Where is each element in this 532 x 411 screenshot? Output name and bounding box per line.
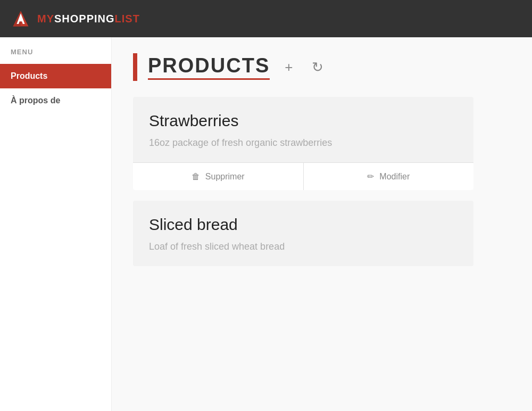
- sidebar-item-about[interactable]: À propos de: [0, 88, 111, 113]
- edit-icon-1: ✏: [367, 171, 374, 182]
- sidebar-item-products[interactable]: Products: [0, 64, 111, 88]
- sidebar-menu-label: MENU: [0, 48, 111, 64]
- product-card-2: Sliced bread Loaf of fresh sliced wheat …: [133, 201, 473, 266]
- angular-icon: [11, 9, 31, 29]
- product-card-1-body: Strawberries 16oz package of fresh organ…: [133, 97, 473, 162]
- add-product-button[interactable]: +: [280, 58, 297, 76]
- main-content: PRODUCTS + ↻ Strawberries 16oz package o…: [112, 37, 532, 411]
- product-card-1: Strawberries 16oz package of fresh organ…: [133, 97, 473, 190]
- sidebar: MENU Products À propos de: [0, 37, 112, 411]
- layout: MENU Products À propos de PRODUCTS + ↻ S…: [0, 37, 532, 411]
- page-title-bar: PRODUCTS + ↻: [133, 53, 511, 81]
- edit-product-1-button[interactable]: ✏ Modifier: [303, 163, 474, 190]
- product-description-2: Loaf of fresh sliced wheat bread: [149, 240, 458, 253]
- product-name-1: Strawberries: [149, 112, 458, 130]
- product-description-1: 16oz package of fresh organic strawberri…: [149, 136, 458, 150]
- refresh-button[interactable]: ↻: [307, 58, 328, 76]
- product-name-2: Sliced bread: [149, 216, 458, 234]
- page-title: PRODUCTS: [148, 54, 270, 80]
- title-accent: [133, 53, 137, 81]
- trash-icon-1: 🗑: [192, 172, 200, 182]
- app-title: MYSHOPPINGLIST: [37, 13, 140, 25]
- header: MYSHOPPINGLIST: [0, 0, 532, 37]
- delete-product-1-button[interactable]: 🗑 Supprimer: [133, 163, 303, 190]
- product-card-1-footer: 🗑 Supprimer ✏ Modifier: [133, 162, 473, 190]
- logo: MYSHOPPINGLIST: [11, 9, 140, 29]
